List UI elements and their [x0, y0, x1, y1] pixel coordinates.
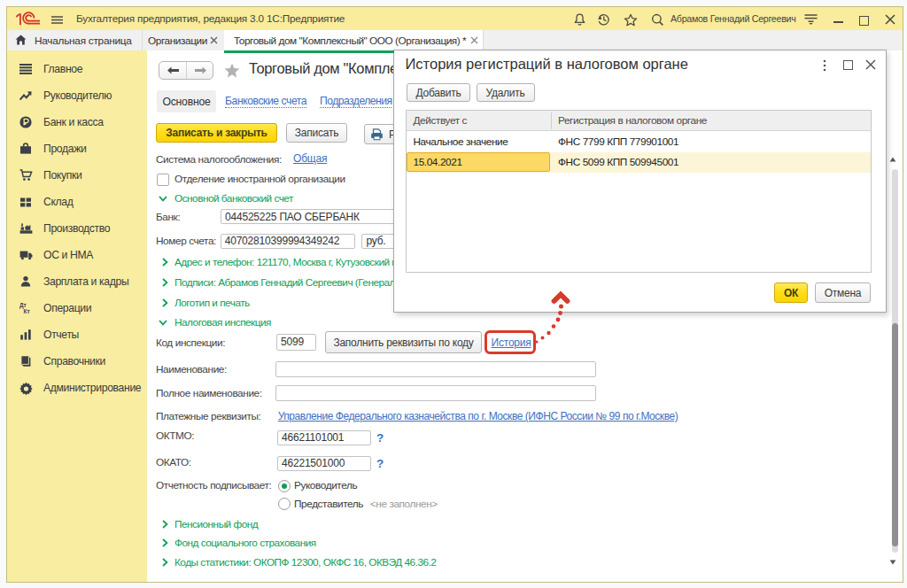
svg-text:Кт: Кт — [24, 308, 30, 314]
